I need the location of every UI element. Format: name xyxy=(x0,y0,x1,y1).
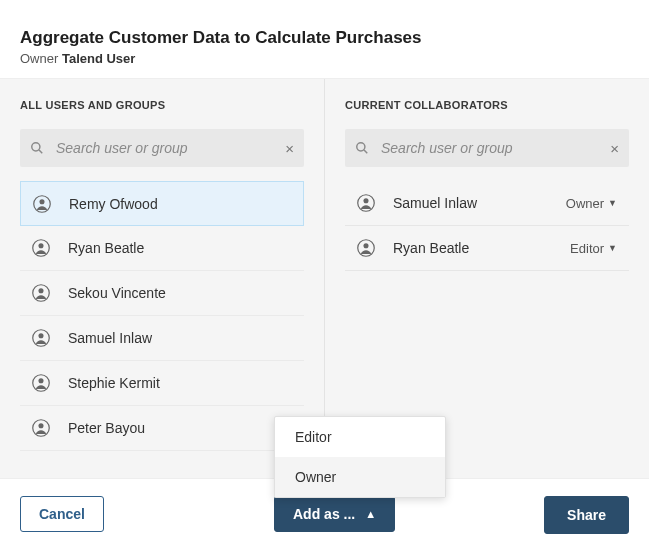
user-item[interactable]: Samuel Inlaw xyxy=(20,316,304,361)
avatar-icon xyxy=(32,419,50,437)
collaborators-list: Samuel InlawOwner▼Ryan BeatleEditor▼ xyxy=(345,181,629,271)
chevron-down-icon[interactable]: ▼ xyxy=(608,198,617,208)
svg-point-17 xyxy=(363,198,368,203)
collaborators-search[interactable]: × xyxy=(345,129,629,167)
user-name: Sekou Vincente xyxy=(68,285,292,301)
user-item[interactable]: Peter Bayou xyxy=(20,406,304,451)
share-button[interactable]: Share xyxy=(544,496,629,534)
cancel-button[interactable]: Cancel xyxy=(20,496,104,532)
svg-point-7 xyxy=(38,288,43,293)
collaborator-role[interactable]: Owner xyxy=(566,196,604,211)
all-users-list[interactable]: Remy OfwoodRyan BeatleSekou VincenteSamu… xyxy=(20,181,304,458)
avatar-icon xyxy=(32,284,50,302)
user-item[interactable]: Ryan Beatle xyxy=(20,226,304,271)
avatar-icon xyxy=(32,239,50,257)
user-name: Ryan Beatle xyxy=(68,240,292,256)
chevron-up-icon: ▲ xyxy=(365,508,376,520)
svg-point-11 xyxy=(38,378,43,383)
collaborators-heading: CURRENT COLLABORATORS xyxy=(345,99,629,111)
all-users-list-wrap: Remy OfwoodRyan BeatleSekou VincenteSamu… xyxy=(20,181,304,458)
svg-point-9 xyxy=(38,333,43,338)
collaborator-item: Samuel InlawOwner▼ xyxy=(345,181,629,226)
owner-label: Owner xyxy=(20,51,58,66)
svg-point-19 xyxy=(363,243,368,248)
avatar-icon xyxy=(32,374,50,392)
user-item[interactable]: Remy Ofwood xyxy=(20,181,304,226)
collaborator-name: Ryan Beatle xyxy=(393,240,570,256)
add-as-button[interactable]: Add as ... ▲ xyxy=(274,496,395,532)
svg-point-13 xyxy=(38,423,43,428)
svg-line-15 xyxy=(364,150,367,153)
owner-name: Talend User xyxy=(62,51,135,66)
modal-footer: Cancel EditorOwner Add as ... ▲ Share xyxy=(0,478,649,548)
user-name: Samuel Inlaw xyxy=(68,330,292,346)
share-modal: Aggregate Customer Data to Calculate Pur… xyxy=(0,0,649,548)
add-as-label: Add as ... xyxy=(293,506,355,522)
all-users-heading: ALL USERS AND GROUPS xyxy=(20,99,304,111)
add-as-dropdown: EditorOwner xyxy=(274,416,446,498)
avatar-icon xyxy=(357,239,375,257)
all-users-search-input[interactable] xyxy=(56,140,270,156)
collaborators-search-input[interactable] xyxy=(381,140,595,156)
avatar-icon xyxy=(357,194,375,212)
clear-icon[interactable]: × xyxy=(610,141,619,156)
modal-header: Aggregate Customer Data to Calculate Pur… xyxy=(0,0,649,78)
user-name: Remy Ofwood xyxy=(69,196,291,212)
user-item[interactable]: Stephie Kermit xyxy=(20,361,304,406)
collaborator-name: Samuel Inlaw xyxy=(393,195,566,211)
dropdown-option[interactable]: Owner xyxy=(275,457,445,497)
user-item[interactable]: Sekou Vincente xyxy=(20,271,304,316)
page-title: Aggregate Customer Data to Calculate Pur… xyxy=(20,28,629,48)
svg-point-3 xyxy=(39,199,44,204)
dropdown-option[interactable]: Editor xyxy=(275,417,445,457)
collaborator-item: Ryan BeatleEditor▼ xyxy=(345,226,629,271)
svg-point-0 xyxy=(32,143,40,151)
avatar-icon xyxy=(33,195,51,213)
chevron-down-icon[interactable]: ▼ xyxy=(608,243,617,253)
svg-line-1 xyxy=(39,150,42,153)
all-users-search[interactable]: × xyxy=(20,129,304,167)
search-icon xyxy=(355,141,369,155)
user-name: Peter Bayou xyxy=(68,420,292,436)
clear-icon[interactable]: × xyxy=(285,141,294,156)
search-icon xyxy=(30,141,44,155)
owner-line: Owner Talend User xyxy=(20,51,629,66)
avatar-icon xyxy=(32,329,50,347)
svg-point-5 xyxy=(38,243,43,248)
collaborator-role[interactable]: Editor xyxy=(570,241,604,256)
svg-point-14 xyxy=(357,143,365,151)
user-name: Stephie Kermit xyxy=(68,375,292,391)
